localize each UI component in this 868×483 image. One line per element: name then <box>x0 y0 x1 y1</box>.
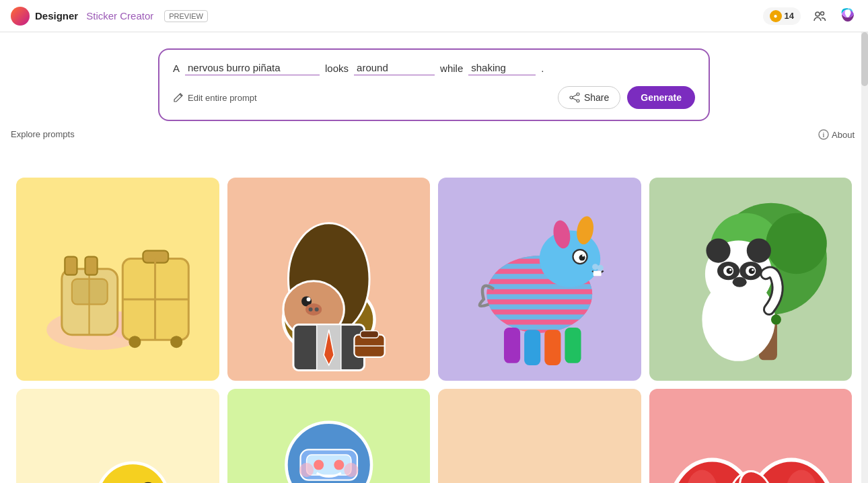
prompt-actions: Edit entire prompt Share Generate <box>173 86 695 109</box>
explore-prompts-label[interactable]: Explore prompts <box>11 129 75 139</box>
svg-point-69 <box>732 277 746 287</box>
subject-input[interactable] <box>185 61 320 75</box>
designer-logo <box>11 7 30 26</box>
sticker-image <box>227 389 431 484</box>
generate-button[interactable]: Generate <box>627 86 695 109</box>
svg-line-8 <box>573 98 577 100</box>
prompt-connector1: looks <box>325 63 349 74</box>
people-icon <box>813 9 826 23</box>
svg-text:i: i <box>823 131 825 139</box>
edit-prompt-button[interactable]: Edit entire prompt <box>173 92 257 103</box>
svg-point-31 <box>308 307 312 311</box>
scrollbar-thumb[interactable] <box>861 32 868 86</box>
svg-point-67 <box>729 269 731 271</box>
coins-badge[interactable]: ● 14 <box>763 7 801 25</box>
svg-point-70 <box>770 315 781 325</box>
sticker-image <box>227 178 431 381</box>
sticker-image <box>16 178 219 381</box>
svg-point-6 <box>577 100 579 102</box>
people-icon-button[interactable] <box>809 5 830 27</box>
coin-icon: ● <box>770 10 782 22</box>
svg-point-44 <box>592 264 598 270</box>
sticker-card[interactable] <box>438 178 641 381</box>
product-name: Sticker Creator <box>86 10 153 22</box>
svg-point-45 <box>598 265 604 271</box>
scrollbar[interactable] <box>861 32 868 483</box>
info-icon: i <box>818 129 829 140</box>
svg-point-68 <box>752 269 754 271</box>
header-right: ● 14 <box>763 5 857 27</box>
preview-badge: PREVIEW <box>164 10 208 22</box>
sticker-card[interactable] <box>16 389 219 484</box>
coins-count: 14 <box>785 11 794 21</box>
svg-point-65 <box>726 268 732 274</box>
sticker-image <box>16 389 219 484</box>
svg-rect-47 <box>504 328 520 363</box>
svg-point-43 <box>582 255 584 257</box>
sticker-card[interactable] <box>649 389 853 484</box>
svg-rect-49 <box>544 330 560 365</box>
look-input[interactable] <box>354 61 435 75</box>
prompt-connector2: while <box>440 63 463 74</box>
prompt-prefix: A <box>173 63 180 74</box>
svg-point-56 <box>766 213 826 274</box>
sticker-card[interactable] <box>227 389 431 484</box>
svg-point-20 <box>129 336 141 348</box>
svg-point-21 <box>170 336 182 348</box>
share-button[interactable]: Share <box>558 86 620 109</box>
svg-point-30 <box>305 303 322 315</box>
sticker-grid <box>0 174 868 483</box>
about-label[interactable]: i About <box>818 129 855 140</box>
prompt-row: A looks while . <box>173 61 695 75</box>
svg-rect-50 <box>565 328 581 363</box>
svg-rect-48 <box>524 330 540 365</box>
sticker-card[interactable] <box>227 178 431 381</box>
sticker-image <box>649 389 853 484</box>
sticker-image <box>649 178 853 381</box>
sticker-card[interactable] <box>438 389 641 484</box>
msn-bird-logo <box>838 7 857 26</box>
svg-point-81 <box>334 459 344 470</box>
svg-rect-15 <box>85 257 98 275</box>
sticker-image <box>438 178 641 381</box>
svg-point-60 <box>746 238 770 262</box>
svg-point-1 <box>821 11 824 15</box>
prompt-suffix: . <box>541 63 544 74</box>
sticker-card[interactable] <box>16 178 219 381</box>
sticker-image <box>438 389 641 484</box>
svg-rect-34 <box>360 331 378 338</box>
svg-point-4 <box>577 93 579 96</box>
svg-point-83 <box>299 463 314 477</box>
svg-point-84 <box>344 463 358 477</box>
svg-point-29 <box>306 297 310 301</box>
prompt-container: A looks while . Edit entire prompt <box>158 48 710 121</box>
share-icon <box>569 92 580 103</box>
sticker-card[interactable] <box>649 178 853 381</box>
action-input[interactable] <box>468 61 536 75</box>
svg-point-73 <box>98 463 169 483</box>
svg-rect-14 <box>65 257 77 275</box>
main-content: Explore prompts i About A looks while . <box>0 32 868 483</box>
svg-point-5 <box>570 96 573 99</box>
action-buttons: Share Generate <box>558 86 695 109</box>
svg-point-0 <box>816 12 820 16</box>
logo-area: Designer Sticker Creator PREVIEW <box>11 7 208 26</box>
svg-point-80 <box>314 459 324 470</box>
svg-point-59 <box>706 238 730 262</box>
svg-point-66 <box>748 268 754 274</box>
edit-icon <box>173 92 184 103</box>
svg-rect-46 <box>593 271 602 276</box>
svg-line-7 <box>573 95 577 97</box>
svg-point-42 <box>579 255 585 261</box>
app-header: Designer Sticker Creator PREVIEW ● 14 <box>0 0 868 32</box>
svg-point-32 <box>314 307 318 311</box>
app-name: Designer <box>35 10 78 22</box>
